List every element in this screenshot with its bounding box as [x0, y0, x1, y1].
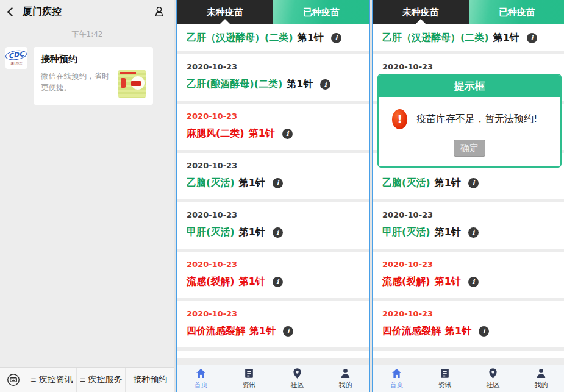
info-icon[interactable]: i	[527, 33, 537, 43]
message-timestamp: 下午1:42	[0, 29, 174, 40]
vaccine-date: 2020-10-23	[187, 309, 360, 318]
vaccine-list[interactable]: 乙肝（汉逊酵母）(二类) 第1针 i 2020-10-23 乙肝(酿酒酵母)(二…	[177, 24, 369, 365]
info-icon[interactable]: i	[282, 129, 293, 139]
bottom-nav-bar: 首页 资讯 社区 我的	[373, 365, 564, 392]
home-icon	[195, 368, 207, 379]
nav-item-news[interactable]: 资讯	[225, 365, 273, 392]
tab-vaccinated[interactable]: 已种疫苗	[469, 0, 564, 24]
ok-button[interactable]: 确定	[454, 140, 485, 157]
info-icon[interactable]: i	[273, 227, 283, 238]
tab-unvaccinated[interactable]: 未种疫苗	[373, 0, 469, 24]
chat-title: 厦门疾控	[23, 5, 62, 18]
vaccine-dose: 第1针	[493, 31, 519, 45]
nav-label: 社区	[291, 380, 304, 390]
vaccine-list-item[interactable]: 2020-10-23 乙脑(灭活) 第1针 i	[177, 153, 369, 199]
vaccine-dose: 第1针	[249, 127, 275, 140]
article-title: 接种预约	[41, 54, 146, 65]
submenu-lines-icon: ≡	[30, 376, 37, 384]
alert-dialog: 提示框 ! 疫苗库存不足，暂无法预约! 确定	[377, 74, 562, 168]
vaccine-list-item[interactable]: 乙肝（汉逊酵母）(二类) 第1针 i	[177, 24, 369, 51]
vaccine-dose: 第1针	[239, 226, 265, 239]
vaccine-name: 流感(裂解)	[382, 275, 430, 288]
vaccine-list-item-partial[interactable]	[177, 351, 369, 358]
nav-item-community[interactable]: 社区	[273, 365, 321, 392]
vaccine-date: 2020-10-23	[187, 112, 360, 121]
tab-vaccinated[interactable]: 已种疫苗	[273, 0, 369, 24]
vaccine-dose: 第1针	[435, 275, 461, 288]
vaccine-list-item[interactable]: 2020-10-23 麻腮风(二类) 第1针 i	[177, 104, 369, 150]
nav-item-home[interactable]: 首页	[177, 365, 225, 392]
vaccine-date: 2020-10-23	[382, 260, 555, 269]
nav-item-news[interactable]: 资讯	[421, 365, 469, 392]
location-pin-icon	[291, 368, 303, 379]
vaccine-dose: 第1针	[435, 226, 461, 239]
location-pin-icon	[487, 368, 499, 379]
vaccine-date: 2020-10-23	[187, 62, 360, 71]
dialog-message: 疫苗库存不足，暂无法预约!	[416, 113, 537, 126]
info-icon[interactable]: i	[468, 227, 479, 238]
avatar-caption: 厦门疾控	[10, 60, 22, 65]
vaccine-list-item[interactable]: 2020-10-23 四价流感裂解 第1针 i	[177, 301, 369, 347]
vaccine-list-item[interactable]: 2020-10-23 流感(裂解) 第1针 i	[373, 252, 564, 298]
info-icon[interactable]: i	[273, 178, 283, 188]
warning-icon: !	[392, 109, 407, 129]
home-icon	[391, 368, 402, 379]
vaccine-date: 2020-10-23	[187, 210, 360, 219]
info-icon[interactable]: i	[320, 79, 330, 90]
keyboard-toggle-icon[interactable]	[0, 368, 27, 392]
menu-item-services[interactable]: ≡ 疾控服务	[76, 368, 126, 392]
info-icon[interactable]: i	[468, 277, 479, 287]
vaccine-name: 四价流感裂解	[382, 324, 441, 338]
news-icon	[439, 368, 451, 379]
menu-item-news[interactable]: ≡ 疾控资讯	[27, 368, 76, 392]
info-icon[interactable]: i	[479, 326, 489, 337]
vaccine-list-item[interactable]: 乙肝（汉逊酵母）(二类) 第1针 i	[373, 24, 564, 51]
vaccine-list-item[interactable]: 2020-10-23 流感(裂解) 第1针 i	[177, 252, 369, 298]
vaccine-name: 乙脑(灭活)	[382, 176, 430, 190]
vaccine-name: 甲肝(灭活)	[382, 226, 430, 239]
info-icon[interactable]: i	[331, 33, 341, 43]
submenu-lines-icon: ≡	[79, 376, 85, 384]
back-icon[interactable]	[7, 7, 17, 16]
vaccine-list-item[interactable]: 2020-10-23 四价流感裂解 第1针 i	[373, 301, 564, 347]
info-icon[interactable]: i	[283, 326, 293, 337]
tab-bar: 未种疫苗 已种疫苗	[177, 0, 369, 24]
vaccine-list-item[interactable]: 2020-10-23 乙肝(酿酒酵母)(二类) 第1针 i	[177, 54, 369, 101]
vaccine-dose: 第1针	[435, 176, 461, 190]
nav-label: 资讯	[243, 380, 256, 390]
menu-item-label: 疾控资讯	[39, 374, 73, 385]
vaccine-date: 2020-10-23	[382, 62, 555, 71]
menu-item-label: 接种预约	[133, 374, 167, 385]
person-icon	[535, 368, 547, 379]
vaccine-dose: 第1针	[249, 324, 276, 338]
avatar-logo: CDC	[5, 49, 27, 61]
vaccine-dose: 第1针	[298, 31, 324, 45]
avatar[interactable]: CDC 厦门疾控	[5, 47, 27, 69]
vaccine-dose: 第1针	[287, 77, 313, 91]
menu-item-label: 疾控服务	[88, 374, 123, 385]
vaccine-name: 乙脑(灭活)	[187, 176, 235, 190]
nav-label: 我的	[339, 380, 352, 390]
nav-item-community[interactable]: 社区	[469, 365, 517, 392]
tab-bar: 未种疫苗 已种疫苗	[373, 0, 564, 24]
tab-unvaccinated[interactable]: 未种疫苗	[177, 0, 273, 24]
contact-profile-icon[interactable]	[152, 5, 166, 18]
article-message-card[interactable]: 接种预约 微信在线预约，省时更便捷。	[34, 47, 153, 105]
vaccine-list-item[interactable]: 2020-10-23 甲肝(灭活) 第1针 i	[373, 202, 564, 249]
info-icon[interactable]: i	[273, 277, 283, 287]
nav-label: 首页	[390, 380, 404, 390]
vaccine-list-item[interactable]: 2020-10-23 甲肝(灭活) 第1针 i	[177, 202, 369, 249]
nav-item-me[interactable]: 我的	[517, 365, 564, 392]
wechat-chat-panel: 厦门疾控 下午1:42 CDC 厦门疾控 接种预约 微信在线预约，省时更便捷。	[0, 0, 174, 392]
menu-item-appointment[interactable]: 接种预约	[125, 368, 174, 392]
nav-label: 资讯	[438, 380, 452, 390]
vaccine-date: 2020-10-23	[187, 161, 360, 170]
person-icon	[340, 368, 351, 379]
vaccine-name: 乙肝(酿酒酵母)(二类)	[187, 77, 282, 91]
vaccine-name: 甲肝(灭活)	[187, 226, 235, 239]
vaccine-name: 流感(裂解)	[187, 275, 235, 288]
info-icon[interactable]: i	[468, 178, 479, 188]
nav-item-me[interactable]: 我的	[321, 365, 369, 392]
nav-item-home[interactable]: 首页	[373, 365, 421, 392]
vaccine-list-item-partial[interactable]	[373, 351, 564, 358]
